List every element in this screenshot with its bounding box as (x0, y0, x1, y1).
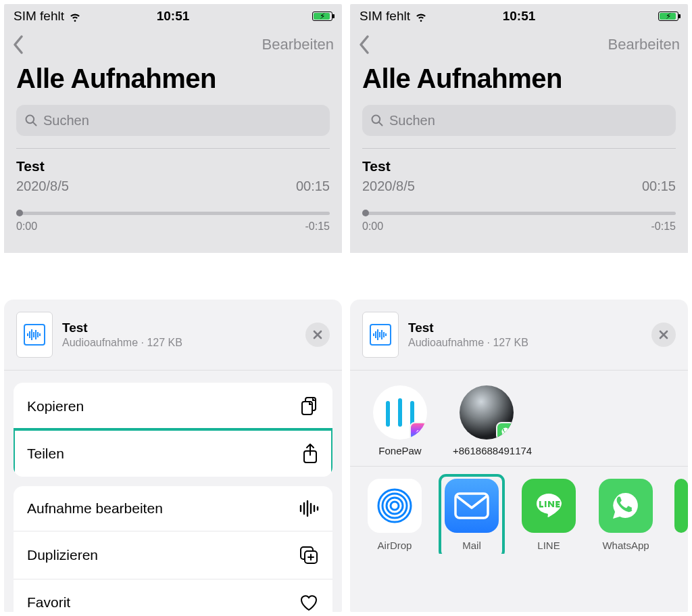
action-sheet: Test Audioaufnahme · 127 KB Kopieren Tei… (4, 300, 342, 612)
svg-rect-3 (29, 331, 30, 338)
file-thumb-icon (16, 312, 53, 358)
scrubber-knob[interactable] (16, 210, 23, 216)
wifi-icon (68, 9, 82, 23)
svg-rect-24 (373, 333, 374, 336)
search-icon (24, 114, 38, 127)
app-mail[interactable]: Mail (443, 479, 500, 554)
file-thumb-icon (362, 312, 399, 358)
back-icon[interactable] (12, 34, 24, 55)
more-app-icon (674, 479, 688, 533)
back-icon[interactable] (358, 34, 370, 55)
menu-groups: Kopieren Teilen Aufnahme bearbeiten (4, 371, 342, 612)
app-airdrop[interactable]: AirDrop (366, 479, 423, 554)
contact-phone[interactable]: +8618688491174 (453, 385, 520, 456)
edit-button[interactable]: Bearbeiten (262, 36, 334, 53)
battery-icon: ⚡︎ (312, 11, 332, 21)
scrubber[interactable]: 0:00 -0:15 (362, 212, 676, 253)
search-input[interactable]: Suchen (362, 105, 676, 136)
svg-rect-6 (35, 330, 36, 339)
messenger-badge-icon (410, 422, 427, 440)
svg-rect-29 (383, 332, 385, 337)
svg-rect-7 (37, 332, 39, 337)
scrubber-pos: 0:00 (16, 220, 37, 233)
recording-duration: 00:15 (642, 179, 676, 194)
svg-line-23 (379, 122, 382, 126)
svg-rect-25 (375, 331, 376, 338)
svg-rect-5 (33, 332, 34, 337)
copy-icon (300, 396, 319, 417)
app-more-cutoff[interactable] (674, 479, 688, 554)
page-title: Alle Aufnahmen (4, 61, 342, 105)
svg-rect-41 (556, 504, 560, 505)
sim-status: SIM fehlt (360, 9, 410, 24)
svg-rect-8 (39, 333, 41, 336)
close-button[interactable] (305, 323, 330, 347)
contact-fonepaw[interactable]: FonePaw (366, 385, 434, 456)
screen-top: SIM fehlt 10:51 ⚡︎ Bearbeiten Alle Aufna… (350, 4, 688, 253)
battery-icon: ⚡︎ (658, 11, 678, 21)
contacts-row: FonePaw +8618688491174 (350, 371, 688, 467)
edit-button[interactable]: Bearbeiten (608, 36, 680, 53)
svg-rect-27 (379, 332, 380, 337)
svg-rect-2 (27, 333, 28, 336)
menu-label: Aufnahme bearbeiten (27, 500, 163, 517)
recording-date: 2020/8/5 (16, 179, 69, 194)
sheet-header: Test Audioaufnahme · 127 KB (350, 300, 688, 371)
svg-point-31 (391, 502, 399, 510)
search-placeholder: Suchen (389, 113, 435, 128)
menu-label: Favorit (27, 594, 70, 611)
nav-bar: Bearbeiten (4, 28, 342, 61)
file-subtitle: Audioaufnahme · 127 KB (408, 337, 642, 349)
menu-label: Teilen (27, 446, 64, 462)
close-button[interactable] (651, 323, 676, 347)
sim-status: SIM fehlt (14, 9, 64, 24)
recording-date: 2020/8/5 (362, 179, 415, 194)
status-bar: SIM fehlt 10:51 ⚡︎ (350, 4, 688, 28)
duplicate-icon (299, 545, 319, 565)
wifi-icon (414, 9, 428, 23)
sheet-header: Test Audioaufnahme · 127 KB (4, 300, 342, 371)
whatsapp-icon (599, 479, 653, 533)
recording-title: Test (362, 158, 676, 174)
phone-left: SIM fehlt 10:51 ⚡︎ Bearbeiten Alle Aufna… (4, 4, 342, 612)
avatar (373, 385, 427, 440)
nav-bar: Bearbeiten (350, 28, 688, 61)
screen-top: SIM fehlt 10:51 ⚡︎ Bearbeiten Alle Aufna… (4, 4, 342, 253)
mail-icon (445, 479, 499, 533)
status-time: 10:51 (466, 9, 572, 24)
app-line[interactable]: LINE (520, 479, 577, 554)
avatar (460, 385, 514, 440)
share-sheet: Test Audioaufnahme · 127 KB FonePaw (350, 300, 688, 612)
svg-rect-28 (381, 330, 382, 339)
svg-rect-30 (385, 333, 387, 336)
recording-title: Test (16, 158, 330, 174)
file-name: Test (408, 321, 642, 335)
file-name: Test (62, 321, 296, 335)
page-title: Alle Aufnahmen (350, 61, 688, 105)
svg-rect-35 (455, 494, 488, 518)
recording-item[interactable]: Test 2020/8/5 00:15 (350, 149, 688, 194)
search-input[interactable]: Suchen (16, 105, 330, 136)
contact-name: +8618688491174 (453, 445, 520, 456)
search-placeholder: Suchen (43, 113, 89, 128)
scrubber-knob[interactable] (362, 210, 369, 216)
menu-kopieren[interactable]: Kopieren (14, 383, 332, 431)
app-label: WhatsApp (597, 540, 654, 551)
file-subtitle: Audioaufnahme · 127 KB (62, 337, 296, 349)
menu-duplizieren[interactable]: Duplizieren (14, 531, 332, 579)
recording-item[interactable]: Test 2020/8/5 00:15 (4, 149, 342, 194)
whatsapp-badge-icon (496, 422, 514, 440)
scrubber[interactable]: 0:00 -0:15 (16, 212, 330, 253)
menu-favorit[interactable]: Favorit (14, 579, 332, 612)
menu-teilen[interactable]: Teilen (14, 429, 332, 477)
svg-point-32 (387, 498, 403, 514)
menu-aufnahme-bearbeiten[interactable]: Aufnahme bearbeiten (14, 486, 332, 531)
app-whatsapp[interactable]: WhatsApp (597, 479, 654, 554)
heart-icon (299, 593, 319, 612)
apps-row: AirDrop Mail LINE WhatsApp (350, 467, 688, 554)
status-bar: SIM fehlt 10:51 ⚡︎ (4, 4, 342, 28)
waveform-icon (299, 500, 319, 517)
menu-label: Kopieren (27, 398, 84, 414)
contact-name: FonePaw (366, 445, 434, 456)
search-icon (370, 114, 384, 127)
